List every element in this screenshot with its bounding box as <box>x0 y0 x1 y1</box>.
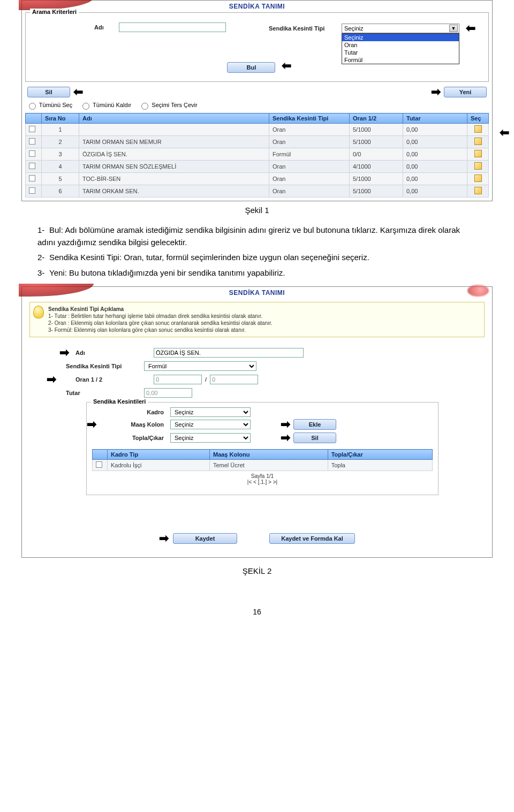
kaydet-button[interactable]: Kaydet <box>173 533 237 544</box>
maas-select[interactable]: Seçiniz <box>170 420 251 429</box>
cell-kadro: Kadrolu İşçi <box>108 460 210 471</box>
row-checkbox[interactable] <box>29 138 35 145</box>
oran-b-input[interactable] <box>210 375 258 384</box>
pager-nav[interactable]: |< < [.1.] > >| <box>92 479 433 485</box>
row-checkbox[interactable] <box>29 150 35 157</box>
adi-label: Adı <box>75 350 150 356</box>
cell-maas: Temel Ücret <box>209 460 328 471</box>
table-row[interactable]: 1Oran5/10000,00 <box>26 124 489 136</box>
row-checkbox[interactable] <box>29 163 35 169</box>
oran-sep: / <box>205 376 207 383</box>
topla-label: Topla/Çıkar <box>124 435 167 441</box>
info-line-3: 3- Formül: Eklenmiş olan kolonlara göre … <box>48 327 480 333</box>
tip-dropdown-selected: Seçiniz <box>344 25 363 32</box>
cell-tip: Oran <box>269 136 350 148</box>
cell-adi: TARIM ORKAM SEN. <box>79 185 269 198</box>
edit-form: ➡ Adı ➡ Sendika Kesinti Tipi Formül ➡ Or… <box>75 347 471 399</box>
col-check <box>93 450 108 460</box>
table-row[interactable]: 5TOC-BİR-SENOran5/10000,00 <box>26 173 489 185</box>
tip-option-formul[interactable]: Formül <box>342 56 459 64</box>
tip-option-seciniz[interactable]: Seçiniz <box>342 34 459 41</box>
cell-oran: 5/1000 <box>350 185 403 198</box>
oran-a-input[interactable] <box>154 375 202 384</box>
radio-invert[interactable]: Seçimi Ters Çevir <box>139 101 197 110</box>
edit-icon[interactable] <box>474 174 482 182</box>
col-sec: Seç <box>467 113 489 124</box>
row-checkbox[interactable] <box>96 461 102 468</box>
radio-invert-input[interactable] <box>141 103 148 110</box>
row-checkbox[interactable] <box>29 175 35 181</box>
tutar-input[interactable] <box>144 388 192 398</box>
cell-tip: Oran <box>269 185 350 198</box>
adi-input[interactable] <box>154 348 304 358</box>
col-adi: Adı <box>79 113 269 124</box>
list-num-3: 3- <box>37 267 49 279</box>
tip-option-oran[interactable]: Oran <box>342 41 459 49</box>
tip-dropdown-list: Seçiniz Oran Tutar Formül <box>342 33 459 64</box>
kesintiler-legend: Sendika Kesintileri <box>91 398 148 405</box>
adi-input[interactable] <box>119 22 226 32</box>
cell-oran: 5/1000 <box>350 173 403 185</box>
table-row[interactable]: 3ÖZGIDA İŞ SEN.Formül0/00,00 <box>26 148 489 161</box>
ekle-button[interactable]: Ekle <box>293 419 336 430</box>
yeni-button[interactable]: Yeni <box>444 87 487 97</box>
sil-button-2[interactable]: Sil <box>293 432 336 443</box>
instruction-2: Sendika Kesinti Tipi: Oran, tutar, formü… <box>49 253 369 262</box>
tip-option-tutar[interactable]: Tutar <box>342 49 459 56</box>
cell-tutar: 0,00 <box>403 185 467 198</box>
cell-oran: 5/1000 <box>350 124 403 136</box>
list-num-2: 2- <box>37 252 49 264</box>
selection-mode-radios: Tümünü Seç Tümünü Kaldır Seçimi Ters Çev… <box>22 99 492 112</box>
row-checkbox[interactable] <box>29 126 35 132</box>
topla-select[interactable]: Seçiniz <box>170 433 251 443</box>
table-row[interactable]: 6TARIM ORKAM SEN.Oran5/10000,00 <box>26 185 489 198</box>
arrow-annotation-right-icon: ➡ <box>87 419 96 430</box>
edit-icon[interactable] <box>474 162 482 170</box>
tip-select[interactable]: Formül <box>144 361 256 371</box>
table-row[interactable]: 2TARIM ORMAN SEN MEMUROran5/10000,00 <box>26 136 489 148</box>
cell-adi: TOC-BİR-SEN <box>79 173 269 185</box>
radio-select-all[interactable]: Tümünü Seç <box>26 101 72 110</box>
page-number: 16 <box>0 608 514 616</box>
cell-adi: TARIM ORMAN SEN MEMUR <box>79 136 269 148</box>
tip-dropdown[interactable]: Seçiniz ▼ Seçiniz Oran Tutar Formül <box>342 24 459 33</box>
cell-oran: 5/1000 <box>350 136 403 148</box>
pager-status: Sayfa 1/1 <box>92 473 433 479</box>
figure-caption-1: Şekil 1 <box>0 206 514 215</box>
kaydet-formda-kal-button[interactable]: Kaydet ve Formda Kal <box>269 533 355 544</box>
tip-label: Sendika Kesinti Tipi <box>66 363 141 369</box>
cell-tip: Oran <box>269 173 350 185</box>
cell-tutar: 0,00 <box>403 161 467 173</box>
edit-icon[interactable] <box>474 125 482 133</box>
page-title: SENDİKA TANIMI <box>22 287 492 298</box>
edit-icon[interactable] <box>474 150 482 157</box>
cell-tutar: 0,00 <box>403 148 467 161</box>
adi-label: Adı <box>94 24 116 31</box>
kadro-label: Kadro <box>124 409 167 415</box>
kesintiler-table: Kadro Tip Maaş Kolonu Topla/Çıkar Kadrol… <box>92 449 433 471</box>
radio-deselect-all[interactable]: Tümünü Kaldır <box>80 101 131 110</box>
table-row[interactable]: Kadrolu İşçi Temel Ücret Topla <box>93 460 433 471</box>
chevron-down-icon[interactable]: ▼ <box>449 25 458 32</box>
bul-button[interactable]: Bul <box>227 62 275 73</box>
arrow-annotation-left-icon: ⬅ <box>500 127 509 139</box>
radio-select-all-input[interactable] <box>29 103 36 110</box>
kadro-select[interactable]: Seçiniz <box>170 407 251 417</box>
edit-icon[interactable] <box>474 138 482 145</box>
info-title: Sendika Kesinti Tipi Açıklama <box>48 306 480 313</box>
cell-tip: Oran <box>269 161 350 173</box>
pager: Sayfa 1/1 |< < [.1.] > >| <box>92 471 433 489</box>
table-row[interactable]: 4TARIM ORMAN SEN SÖZLEŞMELİOran4/10000,0… <box>26 161 489 173</box>
list-num-1: 1- <box>37 224 49 237</box>
row-checkbox[interactable] <box>29 187 35 194</box>
cell-tutar: 0,00 <box>403 173 467 185</box>
info-line-1: 1- Tutar : Belirtilen tutar herhangi işl… <box>48 313 480 320</box>
radio-deselect-all-input[interactable] <box>82 103 89 110</box>
screenshot-2: SENDİKA TANIMI Sendika Kesinti Tipi Açık… <box>21 286 493 558</box>
instruction-1: Bul: Adı bölümüne aramak istediğimiz sen… <box>37 225 460 247</box>
lightbulb-icon <box>33 306 44 318</box>
oran-label: Oran 1 / 2 <box>75 376 150 383</box>
edit-icon[interactable] <box>474 187 482 194</box>
info-box: Sendika Kesinti Tipi Açıklama 1- Tutar :… <box>29 302 485 337</box>
sil-button[interactable]: Sil <box>27 87 70 97</box>
